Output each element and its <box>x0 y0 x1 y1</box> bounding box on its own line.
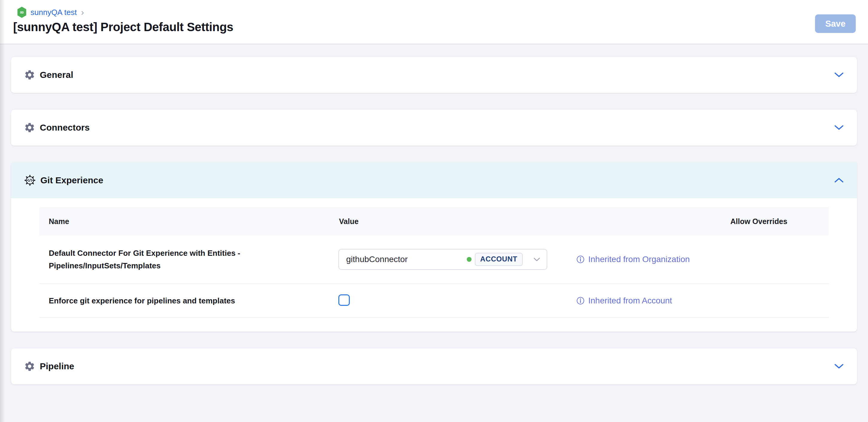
setting-value-cell: githubConnector ACCOUNT <box>338 249 576 270</box>
table-row: Default Connector For Git Experience wit… <box>39 235 829 284</box>
harness-project-icon: ∞ <box>17 7 27 18</box>
page-title: [sunnyQA test] Project Default Settings <box>13 20 856 34</box>
chevron-down-icon[interactable] <box>835 364 843 369</box>
inherited-cell: Inherited from Account <box>576 296 731 306</box>
inherited-label: Inherited from Account <box>588 296 672 306</box>
info-icon <box>576 296 585 305</box>
section-label-general: General <box>40 70 73 80</box>
section-label-pipeline: Pipeline <box>40 361 74 371</box>
connector-select[interactable]: githubConnector ACCOUNT <box>338 249 547 270</box>
page-header: ∞ sunnyQA test › [sunnyQA test] Project … <box>0 0 868 44</box>
section-label-git-experience: Git Experience <box>40 175 103 186</box>
select-chevron-down-icon[interactable] <box>533 258 540 261</box>
breadcrumb-separator-icon: › <box>81 8 84 16</box>
setting-value-cell <box>338 294 576 307</box>
section-card-pipeline: Pipeline <box>11 348 857 384</box>
column-header-allow-overrides: Allow Overrides <box>731 217 829 226</box>
chevron-up-icon[interactable] <box>835 178 843 183</box>
connector-select-value: githubConnector <box>346 255 407 264</box>
chevron-down-icon[interactable] <box>835 125 843 130</box>
section-card-connectors: Connectors <box>11 110 857 146</box>
info-icon <box>576 255 585 264</box>
breadcrumb-project-link[interactable]: sunnyQA test <box>31 8 77 17</box>
inherited-from-organization-link[interactable]: Inherited from Organization <box>576 255 731 264</box>
chevron-down-icon[interactable] <box>835 72 843 78</box>
enforce-git-checkbox[interactable] <box>338 294 350 306</box>
connector-scope-badge: ACCOUNT <box>475 253 523 266</box>
accordion-header-connectors[interactable]: Connectors <box>11 110 857 146</box>
connector-status-dot <box>467 257 471 262</box>
gear-icon <box>24 69 35 81</box>
gear-icon <box>24 361 35 372</box>
accordion-header-pipeline[interactable]: Pipeline <box>11 348 857 384</box>
inherited-cell: Inherited from Organization <box>576 255 731 264</box>
inherited-from-account-link[interactable]: Inherited from Account <box>576 296 731 306</box>
column-header-name: Name <box>39 217 338 226</box>
svg-text:∞: ∞ <box>20 9 24 15</box>
table-row: Enforce git experience for pipelines and… <box>39 284 829 318</box>
setting-name: Enforce git experience for pipelines and… <box>39 294 282 307</box>
column-header-value: Value <box>338 217 576 226</box>
settings-content: General Connectors <box>0 44 868 384</box>
section-card-git-experience: Git Experience Name Value Allow Override… <box>11 162 857 332</box>
section-label-connectors: Connectors <box>40 122 90 133</box>
breadcrumb: ∞ sunnyQA test › <box>17 0 856 18</box>
save-button[interactable]: Save <box>815 15 856 33</box>
accordion-header-general[interactable]: General <box>11 57 857 93</box>
settings-table-header: Name Value Allow Overrides <box>39 207 829 235</box>
section-card-general: General <box>11 57 857 93</box>
accordion-header-git-experience[interactable]: Git Experience <box>11 162 857 198</box>
inherited-label: Inherited from Organization <box>588 255 690 264</box>
git-experience-settings: Name Value Allow Overrides Default Conne… <box>11 198 857 332</box>
setting-name: Default Connector For Git Experience wit… <box>39 247 282 272</box>
gear-icon <box>24 122 35 133</box>
gear-code-icon <box>24 174 36 186</box>
